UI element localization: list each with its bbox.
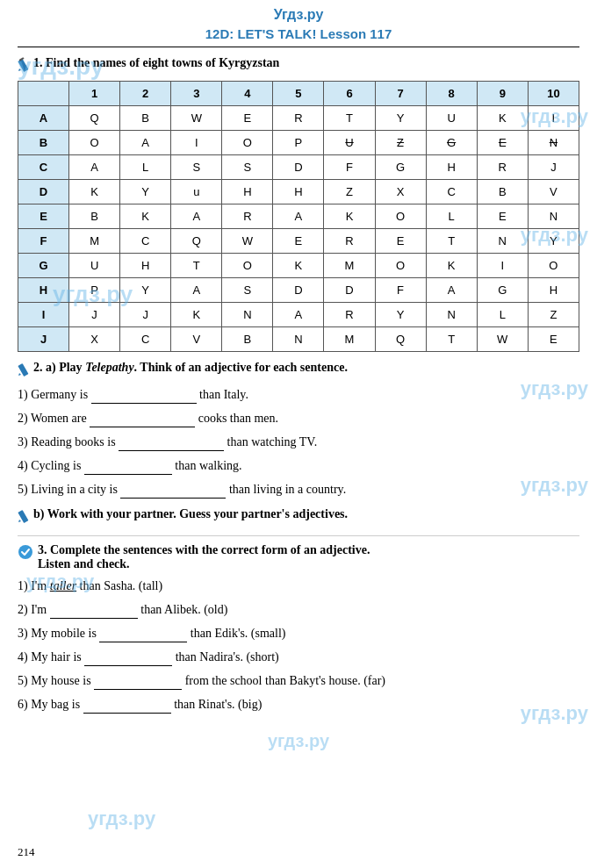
cell: L [426, 204, 477, 229]
cell: F [324, 155, 375, 180]
table-header-row: 1 2 3 4 5 6 7 8 9 10 [18, 82, 579, 106]
cell: F [375, 278, 426, 303]
cell: Q [171, 229, 222, 254]
cell: T [426, 327, 477, 352]
cell: E [375, 229, 426, 254]
cell: T [171, 254, 222, 278]
cell: Y [120, 180, 171, 204]
cell-strikethrough: E [477, 131, 528, 155]
cell: O [375, 204, 426, 229]
col-header-6: 6 [324, 82, 375, 106]
row-header-e: E [18, 204, 69, 229]
watermark-9: угдз.ру [88, 807, 155, 830]
cell: I [171, 131, 222, 155]
col-header-10: 10 [528, 82, 579, 106]
t3-blank-5 [94, 678, 182, 690]
cell: S [222, 155, 273, 180]
cell: N [273, 327, 324, 352]
cell: L [477, 303, 528, 327]
task2a-label: 2. a) Play Telepathy. Think of an adject… [18, 361, 579, 380]
pencil-icon-1 [18, 56, 33, 75]
row-header-d: D [18, 180, 69, 204]
sentence-1-post: than Italy. [197, 388, 248, 401]
cell: H [426, 155, 477, 180]
cell: H [120, 254, 171, 278]
list-item: 2) I'm than Alibek. (old) [18, 600, 579, 619]
cell: Q [69, 106, 120, 131]
cell: A [171, 278, 222, 303]
row-header-j: J [18, 327, 69, 352]
cell-strikethrough: Z [375, 131, 426, 155]
cell: L [120, 155, 171, 180]
pencil-icon-3 [18, 507, 33, 527]
cell: A [120, 131, 171, 155]
cell: U [69, 254, 120, 278]
row-header-c: C [18, 155, 69, 180]
t3-s4-post: than Nadira's. (short) [172, 650, 279, 664]
cell: M [324, 254, 375, 278]
cell: A [273, 303, 324, 327]
cell: Y [120, 278, 171, 303]
cell: G [375, 155, 426, 180]
t3-blank-6 [83, 701, 171, 714]
cell: D [324, 278, 375, 303]
cell: K [477, 106, 528, 131]
cell: W [222, 229, 273, 254]
cell: E [477, 204, 528, 229]
cell: A [426, 278, 477, 303]
t3-blank-2 [50, 606, 138, 619]
cell: P [69, 278, 120, 303]
svg-marker-1 [18, 68, 21, 71]
col-header-empty [18, 82, 69, 106]
t3-s1-post: than Sasha. (tall) [76, 579, 162, 592]
cell: Y [375, 303, 426, 327]
word-search-container: 1 2 3 4 5 6 7 8 9 10 A Q B W [18, 81, 579, 352]
task1-section: 1. Find the names of eight towns of Kyrg… [0, 56, 597, 352]
list-item: 1) I'm taller than Sasha. (tall) [18, 577, 579, 595]
cell: Z [324, 180, 375, 204]
list-item: 3) Reading books is than watching TV. [18, 433, 579, 451]
cell: J [528, 155, 579, 180]
cell: H [222, 180, 273, 204]
cell: G [477, 278, 528, 303]
cell: P [273, 131, 324, 155]
table-row: I J J K N A R Y N L Z [18, 303, 579, 327]
table-row: H P Y A S D D F A G H [18, 278, 579, 303]
t3-blank-4 [84, 654, 172, 666]
list-item: 1) Germany is than Italy. [18, 385, 579, 404]
task3-sentences: 1) I'm taller than Sasha. (tall) 2) I'm … [18, 577, 579, 714]
cell: R [477, 155, 528, 180]
cell: B [69, 204, 120, 229]
row-header-i: I [18, 303, 69, 327]
cell: E [222, 106, 273, 131]
sentence-4-pre: 4) Cycling is [18, 459, 84, 472]
cell: B [477, 180, 528, 204]
t3-s6-pre: 6) My bag is [18, 698, 83, 711]
sentence-5-pre: 5) Living in a city is [18, 483, 120, 496]
cell: S [171, 155, 222, 180]
cell: I [477, 254, 528, 278]
cell: K [426, 254, 477, 278]
t3-s1-pre: 1) I'm [18, 579, 50, 592]
cell-strikethrough: U [324, 131, 375, 155]
t3-s2-pre: 2) I'm [18, 603, 50, 616]
cell: C [120, 229, 171, 254]
cell: I [528, 106, 579, 131]
col-header-1: 1 [69, 82, 120, 106]
col-header-3: 3 [171, 82, 222, 106]
cell: W [171, 106, 222, 131]
cell: E [273, 229, 324, 254]
cell: A [273, 204, 324, 229]
t3-s1-answer: taller [50, 579, 76, 592]
cell: Y [375, 106, 426, 131]
list-item: 3) My mobile is than Edik's. (small) [18, 624, 579, 642]
watermark-bottom: угдз.ру [0, 722, 597, 760]
blank-2 [90, 415, 195, 427]
cell: K [324, 204, 375, 229]
cell: u [171, 180, 222, 204]
t3-s4-pre: 4) My hair is [18, 650, 84, 664]
list-item: 2) Women are cooks than men. [18, 409, 579, 427]
cell: O [69, 131, 120, 155]
table-row: C A L S S D F G H R J [18, 155, 579, 180]
cell: C [426, 180, 477, 204]
